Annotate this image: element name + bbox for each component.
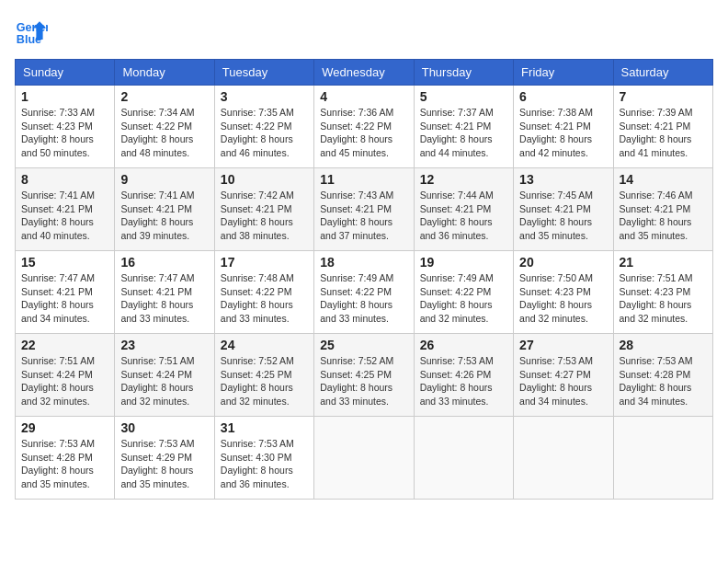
day-info: Sunrise: 7:50 AM Sunset: 4:23 PM Dayligh… [519, 271, 607, 326]
day-info: Sunrise: 7:43 AM Sunset: 4:21 PM Dayligh… [320, 189, 407, 243]
day-cell: 4 Sunrise: 7:36 AM Sunset: 4:22 PM Dayli… [314, 86, 414, 168]
day-info: Sunrise: 7:33 AM Sunset: 4:23 PM Dayligh… [21, 106, 108, 160]
day-number: 7 [620, 89, 707, 104]
day-cell: 23 Sunrise: 7:51 AM Sunset: 4:24 PM Dayl… [115, 334, 214, 417]
day-cell: 7 Sunrise: 7:39 AM Sunset: 4:21 PM Dayli… [613, 86, 712, 168]
day-cell: 11 Sunrise: 7:43 AM Sunset: 4:21 PM Dayl… [314, 168, 414, 251]
day-number: 10 [221, 172, 308, 187]
day-number: 29 [21, 420, 108, 435]
week-row-2: 8 Sunrise: 7:41 AM Sunset: 4:21 PM Dayli… [16, 168, 713, 251]
day-info: Sunrise: 7:45 AM Sunset: 4:21 PM Dayligh… [519, 189, 607, 243]
day-cell: 3 Sunrise: 7:35 AM Sunset: 4:22 PM Dayli… [214, 86, 313, 168]
day-info: Sunrise: 7:41 AM Sunset: 4:21 PM Dayligh… [120, 189, 208, 243]
day-number: 25 [320, 338, 407, 352]
day-cell [613, 417, 712, 500]
day-number: 3 [221, 89, 308, 104]
day-info: Sunrise: 7:49 AM Sunset: 4:22 PM Dayligh… [420, 271, 507, 326]
day-cell: 14 Sunrise: 7:46 AM Sunset: 4:21 PM Dayl… [613, 168, 712, 251]
day-cell: 13 Sunrise: 7:45 AM Sunset: 4:21 PM Dayl… [514, 168, 613, 251]
day-cell [414, 417, 513, 500]
day-number: 14 [620, 172, 707, 187]
logo-icon: General Blue [15, 15, 48, 48]
day-cell: 18 Sunrise: 7:49 AM Sunset: 4:22 PM Dayl… [314, 251, 414, 334]
week-row-4: 22 Sunrise: 7:51 AM Sunset: 4:24 PM Dayl… [16, 334, 713, 417]
day-cell: 29 Sunrise: 7:53 AM Sunset: 4:28 PM Dayl… [16, 417, 115, 500]
day-cell: 30 Sunrise: 7:53 AM Sunset: 4:29 PM Dayl… [115, 417, 214, 500]
day-cell: 5 Sunrise: 7:37 AM Sunset: 4:21 PM Dayli… [414, 86, 513, 168]
day-info: Sunrise: 7:47 AM Sunset: 4:21 PM Dayligh… [120, 271, 208, 326]
day-number: 4 [320, 89, 407, 104]
day-number: 24 [221, 338, 308, 352]
calendar-table: SundayMondayTuesdayWednesdayThursdayFrid… [15, 59, 713, 500]
day-number: 12 [420, 172, 507, 187]
day-header-thursday: Thursday [414, 60, 513, 86]
day-number: 20 [519, 255, 607, 270]
page-header: General Blue [15, 15, 713, 48]
day-info: Sunrise: 7:36 AM Sunset: 4:22 PM Dayligh… [320, 106, 407, 160]
day-cell: 9 Sunrise: 7:41 AM Sunset: 4:21 PM Dayli… [115, 168, 214, 251]
day-cell [314, 417, 414, 500]
day-info: Sunrise: 7:53 AM Sunset: 4:28 PM Dayligh… [21, 437, 108, 491]
day-number: 13 [519, 172, 607, 187]
day-number: 27 [519, 338, 607, 352]
day-number: 23 [120, 338, 208, 352]
week-row-1: 1 Sunrise: 7:33 AM Sunset: 4:23 PM Dayli… [16, 86, 713, 168]
day-info: Sunrise: 7:53 AM Sunset: 4:26 PM Dayligh… [420, 354, 507, 408]
day-info: Sunrise: 7:51 AM Sunset: 4:24 PM Dayligh… [21, 354, 108, 408]
day-cell: 10 Sunrise: 7:42 AM Sunset: 4:21 PM Dayl… [214, 168, 313, 251]
day-cell: 1 Sunrise: 7:33 AM Sunset: 4:23 PM Dayli… [16, 86, 115, 168]
day-cell: 20 Sunrise: 7:50 AM Sunset: 4:23 PM Dayl… [514, 251, 613, 334]
day-info: Sunrise: 7:53 AM Sunset: 4:29 PM Dayligh… [120, 437, 208, 491]
logo: General Blue [15, 15, 51, 48]
day-info: Sunrise: 7:41 AM Sunset: 4:21 PM Dayligh… [21, 189, 108, 243]
day-info: Sunrise: 7:47 AM Sunset: 4:21 PM Dayligh… [21, 271, 108, 326]
day-info: Sunrise: 7:46 AM Sunset: 4:21 PM Dayligh… [620, 189, 707, 243]
day-info: Sunrise: 7:53 AM Sunset: 4:30 PM Dayligh… [221, 437, 308, 491]
day-number: 11 [320, 172, 407, 187]
day-cell: 28 Sunrise: 7:53 AM Sunset: 4:28 PM Dayl… [613, 334, 712, 417]
day-number: 15 [21, 255, 108, 270]
day-number: 22 [21, 338, 108, 352]
day-header-monday: Monday [115, 60, 214, 86]
day-number: 28 [620, 338, 707, 352]
day-number: 16 [120, 255, 208, 270]
day-cell: 17 Sunrise: 7:48 AM Sunset: 4:22 PM Dayl… [214, 251, 313, 334]
day-info: Sunrise: 7:34 AM Sunset: 4:22 PM Dayligh… [120, 106, 208, 160]
day-info: Sunrise: 7:42 AM Sunset: 4:21 PM Dayligh… [221, 189, 308, 243]
day-number: 5 [420, 89, 507, 104]
day-info: Sunrise: 7:38 AM Sunset: 4:21 PM Dayligh… [519, 106, 607, 160]
week-row-3: 15 Sunrise: 7:47 AM Sunset: 4:21 PM Dayl… [16, 251, 713, 334]
day-number: 21 [620, 255, 707, 270]
day-info: Sunrise: 7:35 AM Sunset: 4:22 PM Dayligh… [221, 106, 308, 160]
day-cell: 15 Sunrise: 7:47 AM Sunset: 4:21 PM Dayl… [16, 251, 115, 334]
day-number: 26 [420, 338, 507, 352]
day-number: 17 [221, 255, 308, 270]
day-number: 1 [21, 89, 108, 104]
day-info: Sunrise: 7:48 AM Sunset: 4:22 PM Dayligh… [221, 271, 308, 326]
day-number: 8 [21, 172, 108, 187]
day-cell: 19 Sunrise: 7:49 AM Sunset: 4:22 PM Dayl… [414, 251, 513, 334]
day-info: Sunrise: 7:37 AM Sunset: 4:21 PM Dayligh… [420, 106, 507, 160]
day-info: Sunrise: 7:51 AM Sunset: 4:24 PM Dayligh… [120, 354, 208, 408]
day-info: Sunrise: 7:39 AM Sunset: 4:21 PM Dayligh… [620, 106, 707, 160]
day-info: Sunrise: 7:53 AM Sunset: 4:27 PM Dayligh… [519, 354, 607, 408]
day-cell: 27 Sunrise: 7:53 AM Sunset: 4:27 PM Dayl… [514, 334, 613, 417]
day-cell: 22 Sunrise: 7:51 AM Sunset: 4:24 PM Dayl… [16, 334, 115, 417]
day-header-wednesday: Wednesday [314, 60, 414, 86]
day-info: Sunrise: 7:53 AM Sunset: 4:28 PM Dayligh… [620, 354, 707, 408]
day-number: 30 [120, 420, 208, 435]
day-number: 19 [420, 255, 507, 270]
day-cell: 8 Sunrise: 7:41 AM Sunset: 4:21 PM Dayli… [16, 168, 115, 251]
day-number: 2 [120, 89, 208, 104]
day-cell: 21 Sunrise: 7:51 AM Sunset: 4:23 PM Dayl… [613, 251, 712, 334]
day-number: 6 [519, 89, 607, 104]
day-cell: 26 Sunrise: 7:53 AM Sunset: 4:26 PM Dayl… [414, 334, 513, 417]
day-cell: 24 Sunrise: 7:52 AM Sunset: 4:25 PM Dayl… [214, 334, 313, 417]
day-info: Sunrise: 7:52 AM Sunset: 4:25 PM Dayligh… [320, 354, 407, 408]
day-header-friday: Friday [514, 60, 613, 86]
week-row-5: 29 Sunrise: 7:53 AM Sunset: 4:28 PM Dayl… [16, 417, 713, 500]
day-info: Sunrise: 7:52 AM Sunset: 4:25 PM Dayligh… [221, 354, 308, 408]
day-cell: 25 Sunrise: 7:52 AM Sunset: 4:25 PM Dayl… [314, 334, 414, 417]
day-cell: 16 Sunrise: 7:47 AM Sunset: 4:21 PM Dayl… [115, 251, 214, 334]
days-header-row: SundayMondayTuesdayWednesdayThursdayFrid… [16, 60, 713, 86]
